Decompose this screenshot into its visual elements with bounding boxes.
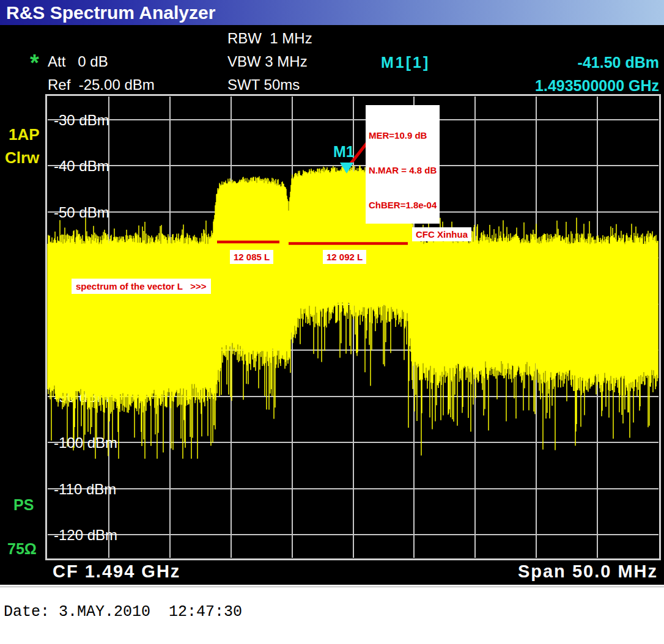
- channel2-label: 12 092 L: [323, 250, 366, 264]
- vector-note-label: spectrum of the vector L >>>: [72, 279, 211, 294]
- mer-annotation-box: MER=10.9 dB N.MAR = 4.8 dB ChBER=1.8e-04: [366, 105, 440, 224]
- y-axis-label: -120 dBm: [54, 527, 117, 543]
- mer-line: MER=10.9 dB: [369, 130, 437, 141]
- channel1-label: 12 085 L: [230, 250, 273, 264]
- date-time-readout: Date: 3.MAY.2010 12:47:30: [4, 604, 242, 621]
- y-axis-label: -30 dBm: [54, 112, 109, 128]
- y-axis-label: -100 dBm: [54, 434, 117, 451]
- spectrum-display: -60 dBm-70 dBm-80 dBm-90 dBm-30 dBm-40 d…: [0, 0, 664, 644]
- status-bar: Date: 3.MAY.2010 12:47:30: [0, 587, 664, 644]
- center-freq-readout: CF 1.494 GHz: [53, 562, 180, 581]
- span-readout: Span 50.0 MHz: [518, 562, 658, 581]
- chber-line: ChBER=1.8e-04: [369, 199, 437, 211]
- nmar-line: N.MAR = 4.8 dB: [369, 164, 437, 176]
- y-axis-label: -40 dBm: [54, 158, 109, 174]
- y-axis-label: -110 dBm: [54, 481, 116, 497]
- y-axis-label: -50 dBm: [54, 204, 109, 221]
- spectrum-analyzer-screen: { "window": { "title": "R&S Spectrum Ana…: [0, 0, 664, 644]
- marker-flag-label: M1: [333, 143, 355, 160]
- station-label: CFC Xinhua: [412, 227, 471, 241]
